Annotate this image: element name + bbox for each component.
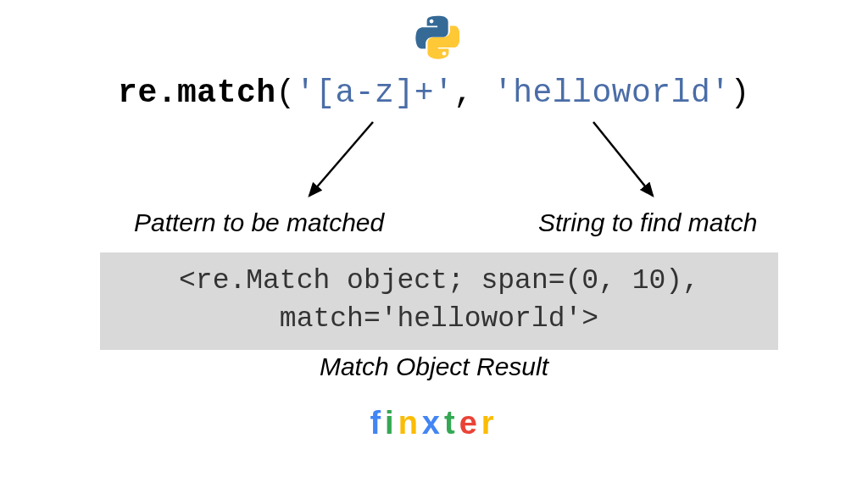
open-paren: ( <box>276 75 296 111</box>
code-func: re.match <box>118 75 275 111</box>
code-arg-string: 'helloworld' <box>493 75 731 111</box>
brand-finxter: finxter <box>0 405 868 441</box>
brand-letter: n <box>398 405 422 441</box>
brand-letter: x <box>422 405 444 441</box>
brand-letter: f <box>370 405 385 441</box>
label-string: String to find match <box>538 208 757 237</box>
svg-line-0 <box>309 122 373 196</box>
python-logo-icon <box>415 15 459 59</box>
brand-letter: i <box>385 405 398 441</box>
label-pattern: Pattern to be matched <box>134 208 384 237</box>
brand-letter: t <box>444 405 459 441</box>
code-expression: re.match('[a-z]+', 'helloworld') <box>0 75 868 111</box>
close-paren: ) <box>731 75 750 111</box>
comma: , <box>453 75 493 111</box>
brand-letter: r <box>481 405 498 441</box>
code-arg-pattern: '[a-z]+' <box>296 75 453 111</box>
label-result: Match Object Result <box>0 352 868 381</box>
svg-line-1 <box>593 122 653 196</box>
result-output-box: <re.Match object; span=(0, 10), match='h… <box>100 252 778 350</box>
arrows-icon <box>0 115 868 217</box>
brand-letter: e <box>459 405 481 441</box>
